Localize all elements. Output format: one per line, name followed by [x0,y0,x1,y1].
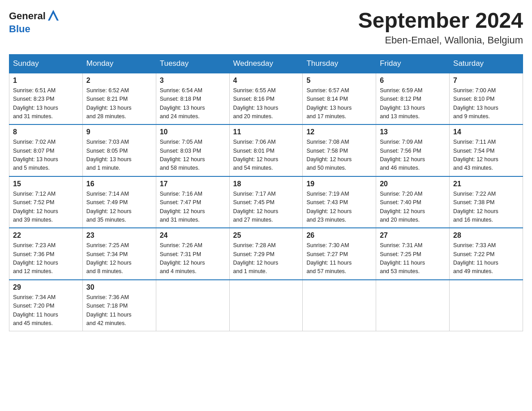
calendar-week-row: 1Sunrise: 6:51 AM Sunset: 8:23 PM Daylig… [9,73,523,125]
day-info: Sunrise: 7:20 AM Sunset: 7:40 PM Dayligh… [380,190,446,225]
calendar-cell [376,280,450,331]
calendar-cell: 24Sunrise: 7:26 AM Sunset: 7:31 PM Dayli… [156,228,229,280]
calendar-cell: 1Sunrise: 6:51 AM Sunset: 8:23 PM Daylig… [9,73,83,125]
calendar-cell: 4Sunrise: 6:55 AM Sunset: 8:16 PM Daylig… [229,73,303,125]
day-number: 24 [160,231,226,240]
logo-blue-text: Blue [9,23,30,34]
calendar-table: SundayMondayTuesdayWednesdayThursdayFrid… [9,54,523,332]
day-number: 16 [86,180,152,188]
day-info: Sunrise: 7:19 AM Sunset: 7:43 PM Dayligh… [306,190,372,225]
day-number: 2 [86,77,152,85]
calendar-cell: 21Sunrise: 7:22 AM Sunset: 7:38 PM Dayli… [450,176,523,228]
day-number: 26 [306,231,372,240]
calendar-cell: 22Sunrise: 7:23 AM Sunset: 7:36 PM Dayli… [9,228,83,280]
calendar-cell: 27Sunrise: 7:31 AM Sunset: 7:25 PM Dayli… [376,228,450,280]
calendar-cell: 18Sunrise: 7:17 AM Sunset: 7:45 PM Dayli… [229,176,303,228]
day-info: Sunrise: 7:05 AM Sunset: 8:03 PM Dayligh… [160,138,226,173]
day-number: 30 [86,283,152,291]
day-info: Sunrise: 7:26 AM Sunset: 7:31 PM Dayligh… [160,241,226,276]
day-info: Sunrise: 7:33 AM Sunset: 7:22 PM Dayligh… [453,241,519,276]
day-info: Sunrise: 6:57 AM Sunset: 8:14 PM Dayligh… [306,86,372,121]
day-number: 5 [306,77,372,85]
day-number: 10 [160,128,226,136]
day-number: 28 [453,231,519,240]
day-info: Sunrise: 7:08 AM Sunset: 7:58 PM Dayligh… [306,138,372,173]
calendar-cell [156,280,229,331]
day-number: 3 [160,77,226,85]
calendar-cell: 2Sunrise: 6:52 AM Sunset: 8:21 PM Daylig… [82,73,156,125]
day-number: 9 [86,128,152,136]
calendar-cell: 17Sunrise: 7:16 AM Sunset: 7:47 PM Dayli… [156,176,229,228]
calendar-cell: 3Sunrise: 6:54 AM Sunset: 8:18 PM Daylig… [156,73,229,125]
day-info: Sunrise: 7:23 AM Sunset: 7:36 PM Dayligh… [13,241,79,276]
day-info: Sunrise: 7:06 AM Sunset: 8:01 PM Dayligh… [233,138,299,173]
day-info: Sunrise: 7:16 AM Sunset: 7:47 PM Dayligh… [160,190,226,225]
day-info: Sunrise: 7:09 AM Sunset: 7:56 PM Dayligh… [380,138,446,173]
calendar-cell: 16Sunrise: 7:14 AM Sunset: 7:49 PM Dayli… [82,176,156,228]
day-info: Sunrise: 7:14 AM Sunset: 7:49 PM Dayligh… [86,190,152,225]
calendar-header-row: SundayMondayTuesdayWednesdayThursdayFrid… [9,54,523,73]
calendar-cell: 19Sunrise: 7:19 AM Sunset: 7:43 PM Dayli… [303,176,376,228]
month-title: September 2024 [358,9,523,33]
calendar-cell: 13Sunrise: 7:09 AM Sunset: 7:56 PM Dayli… [376,124,450,176]
day-info: Sunrise: 7:12 AM Sunset: 7:52 PM Dayligh… [13,190,79,225]
day-info: Sunrise: 6:51 AM Sunset: 8:23 PM Dayligh… [13,86,79,121]
logo: General Blue [9,9,60,35]
calendar-week-row: 15Sunrise: 7:12 AM Sunset: 7:52 PM Dayli… [9,176,523,228]
calendar-cell: 23Sunrise: 7:25 AM Sunset: 7:34 PM Dayli… [82,228,156,280]
calendar-cell: 7Sunrise: 7:00 AM Sunset: 8:10 PM Daylig… [450,73,523,125]
header-monday: Monday [82,54,156,73]
day-info: Sunrise: 7:00 AM Sunset: 8:10 PM Dayligh… [453,86,519,121]
day-number: 1 [13,77,79,85]
day-number: 4 [233,77,299,85]
day-number: 6 [380,77,446,85]
location-title: Eben-Emael, Wallonia, Belgium [358,34,523,46]
day-number: 27 [380,231,446,240]
day-number: 7 [453,77,519,85]
day-number: 17 [160,180,226,188]
calendar-cell: 20Sunrise: 7:20 AM Sunset: 7:40 PM Dayli… [376,176,450,228]
day-info: Sunrise: 7:11 AM Sunset: 7:54 PM Dayligh… [453,138,519,173]
header-tuesday: Tuesday [156,54,229,73]
day-number: 8 [13,128,79,136]
day-number: 12 [306,128,372,136]
day-info: Sunrise: 7:34 AM Sunset: 7:20 PM Dayligh… [13,293,79,328]
calendar-cell: 6Sunrise: 6:59 AM Sunset: 8:12 PM Daylig… [376,73,450,125]
day-number: 21 [453,180,519,188]
calendar-cell [303,280,376,331]
title-area: September 2024 Eben-Emael, Wallonia, Bel… [358,9,523,46]
calendar-week-row: 22Sunrise: 7:23 AM Sunset: 7:36 PM Dayli… [9,228,523,280]
day-number: 22 [13,231,79,240]
calendar-cell: 26Sunrise: 7:30 AM Sunset: 7:27 PM Dayli… [303,228,376,280]
header-thursday: Thursday [303,54,376,73]
day-info: Sunrise: 6:52 AM Sunset: 8:21 PM Dayligh… [86,86,152,121]
calendar-cell: 11Sunrise: 7:06 AM Sunset: 8:01 PM Dayli… [229,124,303,176]
day-info: Sunrise: 7:36 AM Sunset: 7:18 PM Dayligh… [86,293,152,328]
logo-triangle-icon [47,9,60,21]
day-info: Sunrise: 6:59 AM Sunset: 8:12 PM Dayligh… [380,86,446,121]
day-info: Sunrise: 7:25 AM Sunset: 7:34 PM Dayligh… [86,241,152,276]
calendar-week-row: 8Sunrise: 7:02 AM Sunset: 8:07 PM Daylig… [9,124,523,176]
calendar-cell: 12Sunrise: 7:08 AM Sunset: 7:58 PM Dayli… [303,124,376,176]
day-info: Sunrise: 7:31 AM Sunset: 7:25 PM Dayligh… [380,241,446,276]
day-info: Sunrise: 7:28 AM Sunset: 7:29 PM Dayligh… [233,241,299,276]
calendar-cell: 15Sunrise: 7:12 AM Sunset: 7:52 PM Dayli… [9,176,83,228]
logo-general-text: General [9,10,46,22]
day-info: Sunrise: 6:54 AM Sunset: 8:18 PM Dayligh… [160,86,226,121]
day-number: 23 [86,231,152,240]
calendar-cell: 8Sunrise: 7:02 AM Sunset: 8:07 PM Daylig… [9,124,83,176]
day-info: Sunrise: 7:02 AM Sunset: 8:07 PM Dayligh… [13,138,79,173]
calendar-cell: 14Sunrise: 7:11 AM Sunset: 7:54 PM Dayli… [450,124,523,176]
day-number: 13 [380,128,446,136]
calendar-cell: 10Sunrise: 7:05 AM Sunset: 8:03 PM Dayli… [156,124,229,176]
calendar-week-row: 29Sunrise: 7:34 AM Sunset: 7:20 PM Dayli… [9,280,523,331]
day-info: Sunrise: 6:55 AM Sunset: 8:16 PM Dayligh… [233,86,299,121]
calendar-cell: 29Sunrise: 7:34 AM Sunset: 7:20 PM Dayli… [9,280,83,331]
day-number: 20 [380,180,446,188]
day-number: 29 [13,283,79,291]
day-info: Sunrise: 7:17 AM Sunset: 7:45 PM Dayligh… [233,190,299,225]
header-friday: Friday [376,54,450,73]
header-sunday: Sunday [9,54,83,73]
calendar-cell [229,280,303,331]
header-wednesday: Wednesday [229,54,303,73]
